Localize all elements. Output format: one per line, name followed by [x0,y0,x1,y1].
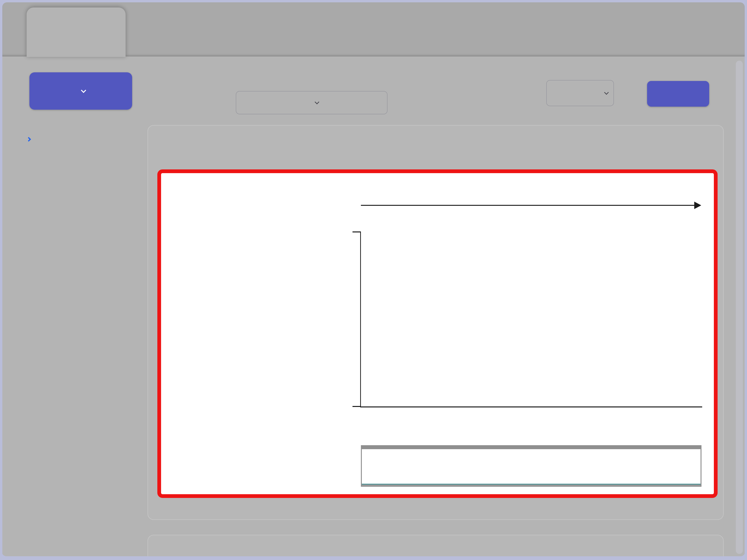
tab-sirna[interactable] [143,2,201,56]
aligned-sequences-link[interactable] [27,130,121,145]
scrollbar-track[interactable] [736,61,743,554]
chevron-down-icon [81,88,86,93]
minimum-similarity-select[interactable] [546,80,614,106]
x-axis-line [360,406,702,407]
similarity-plot [361,232,701,406]
y-tick-100 [353,232,360,232]
overview-minimap[interactable] [361,445,701,487]
gene-track [361,211,701,223]
chevron-down-icon [315,100,319,104]
minimap-gene-track [362,451,700,461]
y-tick-0 [353,406,360,407]
tab-alignments[interactable] [27,7,126,57]
minimap-handle-bar[interactable] [362,446,700,449]
design-button[interactable] [29,72,132,110]
tab-antisense[interactable] [220,2,304,56]
minimap-similarity-bars [362,463,700,485]
app-window [0,0,747,560]
sequence-view-card [148,535,724,560]
show-button[interactable] [647,81,709,107]
gene-strand-arrow [361,205,696,206]
map-view-card [148,125,724,520]
minimap-bottom-bar [362,485,700,486]
comparison-select[interactable] [236,91,387,114]
gene-strand-arrowhead [694,202,701,209]
chevron-right-icon [26,137,31,142]
map-viewer-highlighted [157,169,718,498]
similarity-bars [361,232,701,406]
chevron-down-icon [604,90,609,95]
